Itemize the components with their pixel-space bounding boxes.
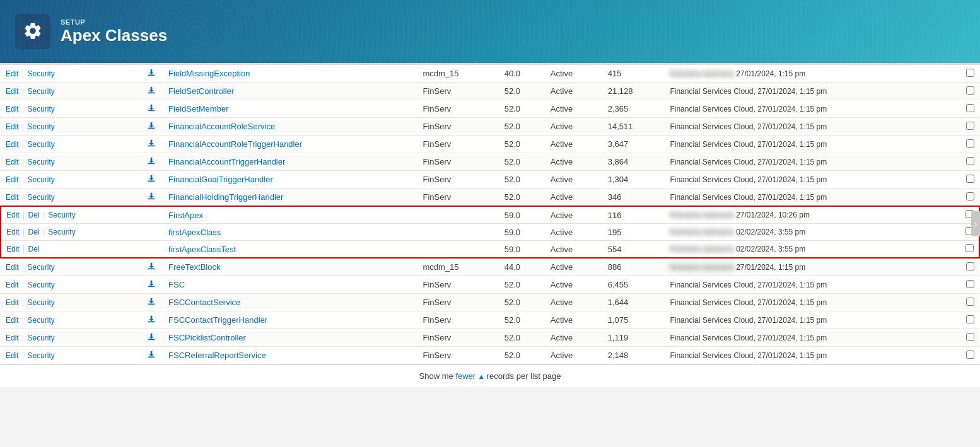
action-security-link[interactable]: Security xyxy=(27,158,54,166)
action-edit-link[interactable]: Edit xyxy=(6,175,19,184)
class-name-link[interactable]: FreeTextBlock xyxy=(168,262,220,272)
class-name-link[interactable]: FSCPicklistController xyxy=(168,333,246,342)
download-icon[interactable] xyxy=(147,68,156,77)
class-name-link[interactable]: FSC xyxy=(168,280,185,289)
class-name-link[interactable]: firstApexClass xyxy=(168,228,221,237)
download-icon[interactable] xyxy=(147,156,156,165)
class-name-link[interactable]: FinancialAccountRoleTriggerHandler xyxy=(168,139,302,149)
action-security-link[interactable]: Security xyxy=(27,316,54,325)
class-name-link[interactable]: firstApexClassTest xyxy=(168,245,236,254)
row-checkbox[interactable] xyxy=(966,298,974,306)
download-icon[interactable] xyxy=(147,192,156,200)
class-name-cell: FSC xyxy=(163,276,417,294)
download-icon[interactable] xyxy=(147,332,156,341)
action-edit-link[interactable]: Edit xyxy=(6,298,19,307)
api-version-cell: 59.0 xyxy=(499,206,545,224)
action-edit-link[interactable]: Edit xyxy=(6,87,19,96)
class-name-link[interactable]: FieldSetController xyxy=(168,86,234,96)
class-name-link[interactable]: FSCContactTriggerHandler xyxy=(168,315,267,325)
fewer-link[interactable]: fewer xyxy=(455,371,475,381)
class-name-link[interactable]: FinancialHoldingTriggerHandler xyxy=(168,192,283,202)
action-security-link[interactable]: Security xyxy=(27,193,54,202)
row-checkbox[interactable] xyxy=(966,262,974,270)
action-security-link[interactable]: Security xyxy=(27,87,54,96)
class-name-link[interactable]: FinancialAccountTriggerHandler xyxy=(168,157,285,166)
class-name-link[interactable]: FieldSetMember xyxy=(168,104,228,113)
action-edit-link[interactable]: Edit xyxy=(6,105,19,113)
action-security-link[interactable]: Security xyxy=(27,122,54,131)
row-checkbox[interactable] xyxy=(966,157,974,165)
class-name-link[interactable]: FinancialAccountRoleService xyxy=(168,122,275,131)
action-edit-link[interactable]: Edit xyxy=(6,263,19,272)
action-edit-link[interactable]: Edit xyxy=(6,228,20,236)
download-icon[interactable] xyxy=(147,297,156,306)
action-security-link[interactable]: Security xyxy=(27,140,54,149)
action-security-link[interactable]: Security xyxy=(27,351,54,360)
download-icon[interactable] xyxy=(147,103,156,112)
action-del-link[interactable]: Del xyxy=(28,245,39,253)
download-icon[interactable] xyxy=(147,139,156,148)
size-cell: 2,365 xyxy=(603,100,665,118)
class-name-cell: FinancialHoldingTriggerHandler xyxy=(163,189,417,207)
action-security-link[interactable]: Security xyxy=(27,69,54,78)
download-icon[interactable] xyxy=(147,174,156,183)
download-icon[interactable] xyxy=(147,279,156,288)
row-checkbox[interactable] xyxy=(966,175,974,183)
action-edit-link[interactable]: Edit xyxy=(6,69,19,78)
row-checkbox[interactable] xyxy=(966,315,974,323)
action-edit-link[interactable]: Edit xyxy=(6,158,19,166)
action-security-link[interactable]: Security xyxy=(27,298,54,307)
row-checkbox[interactable] xyxy=(966,122,974,130)
row-checkbox[interactable] xyxy=(966,139,974,148)
row-checkbox[interactable] xyxy=(966,351,974,359)
class-name-link[interactable]: FinancialGoalTriggerHandler xyxy=(168,175,273,184)
action-security-link[interactable]: Security xyxy=(27,281,54,289)
row-checkbox-cell xyxy=(960,241,979,258)
action-separator: | xyxy=(20,281,26,289)
class-name-link[interactable]: FirstApex xyxy=(168,211,203,220)
download-icon[interactable] xyxy=(147,350,156,359)
action-edit-link[interactable]: Edit xyxy=(6,140,19,149)
action-separator: | xyxy=(20,175,26,184)
action-edit-link[interactable]: Edit xyxy=(6,316,19,325)
action-security-link[interactable]: Security xyxy=(48,228,75,236)
row-checkbox[interactable] xyxy=(966,192,974,200)
action-cell: Edit | Security xyxy=(1,65,142,83)
action-security-link[interactable]: Security xyxy=(27,263,54,272)
action-security-link[interactable]: Security xyxy=(27,334,54,342)
row-checkbox[interactable] xyxy=(966,69,974,77)
action-edit-link[interactable]: Edit xyxy=(6,193,19,202)
download-cell xyxy=(142,118,163,136)
row-checkbox[interactable] xyxy=(966,86,974,95)
action-edit-link[interactable]: Edit xyxy=(6,211,20,219)
download-icon[interactable] xyxy=(147,262,156,270)
class-name-link[interactable]: FSCContactService xyxy=(168,298,240,307)
api-version-cell: 52.0 xyxy=(499,347,545,364)
action-security-link[interactable]: Security xyxy=(27,105,54,113)
row-checkbox[interactable] xyxy=(966,280,974,288)
download-icon[interactable] xyxy=(147,86,156,95)
class-name-link[interactable]: FSCReferralReportService xyxy=(168,351,266,360)
action-cell: Edit | Security xyxy=(1,311,142,329)
action-separator: | xyxy=(41,211,47,219)
action-edit-link[interactable]: Edit xyxy=(6,245,20,253)
status-cell: Active xyxy=(545,224,603,241)
action-edit-link[interactable]: Edit xyxy=(6,122,19,131)
row-checkbox[interactable] xyxy=(965,244,974,252)
action-security-link[interactable]: Security xyxy=(27,175,54,184)
action-security-link[interactable]: Security xyxy=(48,211,75,219)
action-del-link[interactable]: Del xyxy=(28,211,39,219)
row-checkbox[interactable] xyxy=(966,104,974,112)
action-edit-link[interactable]: Edit xyxy=(6,334,19,342)
download-icon[interactable] xyxy=(147,121,156,130)
action-edit-link[interactable]: Edit xyxy=(6,281,19,289)
class-name-link[interactable]: FieldMissingException xyxy=(168,69,250,78)
row-checkbox[interactable] xyxy=(966,333,974,341)
action-del-link[interactable]: Del xyxy=(28,228,39,236)
download-icon[interactable] xyxy=(147,315,156,323)
modified-date: 02/02/2024, 3:55 pm xyxy=(736,228,805,236)
action-edit-link[interactable]: Edit xyxy=(6,351,19,360)
modified-cell: firstname.lastname 27/01/2024, 1:15 pm xyxy=(665,65,960,83)
scrollbar-handle[interactable] xyxy=(971,211,980,236)
namespace-cell: FinServ xyxy=(417,347,499,364)
